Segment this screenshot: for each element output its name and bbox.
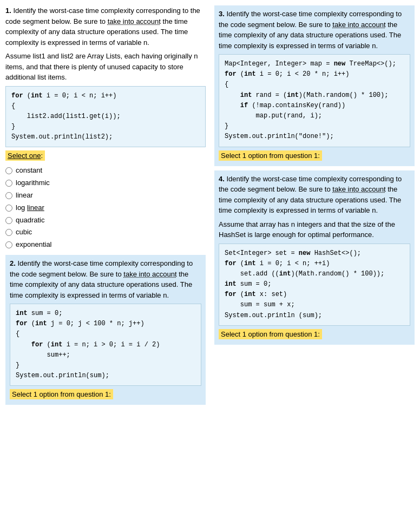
q1-option-linear[interactable]: linear <box>5 190 206 201</box>
q1-option-loglinear[interactable]: log linear <box>5 202 206 214</box>
q2-code: int sum = 0; for (int j = 0; j < 100 * n… <box>10 304 201 386</box>
q3-select-label: Select 1 option from question 1: <box>219 150 410 163</box>
q1-select-label: Select one: <box>5 150 206 163</box>
q2-text: 2. Identify the worst-case time complexi… <box>10 258 201 300</box>
question-1-block: 1. Identify the worst-case time complexi… <box>5 5 206 251</box>
q1-radio-group: constant logarithmic linear log linear q… <box>5 165 206 251</box>
q1-text: 1. Identify the worst-case time complexi… <box>5 5 206 48</box>
q1-option-quadratic[interactable]: quadratic <box>5 215 206 226</box>
question-3-block: 3. Identify the worst-case time complexi… <box>214 5 415 166</box>
q1-option-constant[interactable]: constant <box>5 165 206 176</box>
q1-assumption: Assume list1 and list2 are Array Lists, … <box>5 51 206 83</box>
q1-radio-linear[interactable] <box>5 192 12 199</box>
q1-label-exponential: exponential <box>16 239 52 251</box>
q1-label-quadratic: quadratic <box>16 215 44 226</box>
q1-option-logarithmic[interactable]: logarithmic <box>5 178 206 189</box>
q1-radio-loglinear[interactable] <box>5 205 12 212</box>
q1-label-linear: linear <box>16 190 33 201</box>
q1-radio-logarithmic[interactable] <box>5 180 12 187</box>
q1-radio-quadratic[interactable] <box>5 217 12 224</box>
question-2-block: 2. Identify the worst-case time complexi… <box>5 255 206 405</box>
q1-label-logarithmic: logarithmic <box>16 178 50 189</box>
q4-assumption: Assume that array has n integers and tha… <box>219 219 410 240</box>
q4-code: Set<Integer> set = new HashSet<>(); for … <box>219 244 410 326</box>
q3-text: 3. Identify the worst-case time complexi… <box>219 9 410 51</box>
q1-option-cubic[interactable]: cubic <box>5 227 206 238</box>
q1-label-constant: constant <box>16 165 42 176</box>
q4-text: 4. Identify the worst-case time complexi… <box>219 174 410 216</box>
q1-radio-constant[interactable] <box>5 167 12 174</box>
question-4-block: 4. Identify the worst-case time complexi… <box>214 170 415 345</box>
q4-select-label: Select 1 option from question 1: <box>219 329 410 341</box>
q1-radio-cubic[interactable] <box>5 229 12 236</box>
q1-option-exponential[interactable]: exponential <box>5 239 206 251</box>
q3-code: Map<Integer, Integer> map = new TreeMap<… <box>219 54 410 147</box>
q1-radio-exponential[interactable] <box>5 241 12 248</box>
q1-label-cubic: cubic <box>16 227 32 238</box>
q2-select-label: Select 1 option from question 1: <box>10 389 201 402</box>
q1-code: for (int i = 0; i < n; i++) { list2.add(… <box>5 86 206 148</box>
q1-label-loglinear: log linear <box>16 202 44 214</box>
